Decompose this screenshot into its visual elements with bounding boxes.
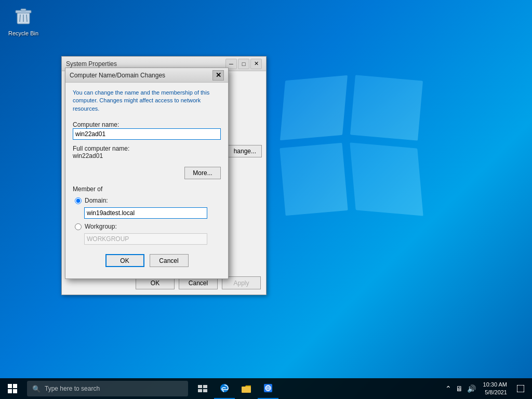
taskbar-search-icon: 🔍 — [32, 385, 41, 393]
cn-workgroup-radio[interactable] — [75, 223, 82, 230]
taskbar-date: 5/8/2021 — [483, 389, 507, 396]
svg-rect-10 — [198, 385, 202, 388]
svg-rect-11 — [203, 385, 207, 388]
svg-line-5 — [26, 15, 27, 22]
task-view-icon — [198, 385, 207, 392]
sys-close-btn[interactable]: ✕ — [250, 59, 262, 69]
cn-info-text: You can change the name and the membersh… — [73, 89, 221, 113]
svg-rect-2 — [21, 9, 26, 11]
recycle-bin-icon[interactable]: Recycle Bin — [5, 5, 42, 37]
cn-computer-name-input[interactable] — [73, 128, 221, 140]
task-view-btn[interactable] — [192, 378, 213, 399]
logo-pane-bl — [280, 143, 348, 216]
cn-full-computer-name-value: win22ad01 — [73, 152, 221, 159]
taskbar-right: ⌃ 🖥 🔊 10:30 AM 5/8/2021 — [444, 378, 532, 399]
taskbar-search[interactable]: 🔍 Type here to search — [27, 381, 188, 396]
tray-chevron[interactable]: ⌃ — [444, 383, 453, 394]
start-button[interactable] — [0, 378, 25, 399]
cn-workgroup-row: Workgroup: — [75, 223, 221, 230]
cn-dialog-buttons: OK Cancel — [73, 249, 221, 272]
taskbar-clock[interactable]: 10:30 AM 5/8/2021 — [480, 381, 510, 397]
svg-rect-21 — [517, 385, 524, 392]
file-explorer-btn[interactable] — [236, 378, 257, 399]
svg-rect-15 — [242, 387, 251, 393]
system-properties-controls: ─ □ ✕ — [225, 59, 262, 69]
svg-rect-6 — [8, 384, 12, 388]
logo-pane-tl — [280, 75, 348, 140]
cn-computer-name-label: Computer name: — [73, 121, 119, 128]
taskbar-middle — [192, 378, 278, 399]
svg-line-3 — [20, 15, 20, 22]
start-icon — [8, 384, 17, 393]
file-explorer-icon — [242, 384, 251, 393]
network-app-icon — [263, 383, 273, 393]
edge-browser-btn[interactable] — [214, 378, 235, 399]
sys-partial-btn[interactable]: hange... — [228, 145, 262, 157]
logo-pane-tr — [350, 75, 423, 140]
recycle-bin-label: Recycle Bin — [8, 30, 38, 36]
cn-close-btn[interactable]: ✕ — [212, 70, 224, 81]
cn-domain-radio[interactable] — [75, 197, 82, 204]
windows-logo-decoration — [283, 78, 428, 223]
cn-dialog[interactable]: Computer Name/Domain Changes ✕ You can c… — [65, 68, 229, 279]
cn-cancel-btn[interactable]: Cancel — [150, 254, 189, 267]
cn-workgroup-input — [84, 233, 207, 245]
taskbar-time: 10:30 AM — [483, 381, 507, 389]
cn-ok-btn[interactable]: OK — [105, 254, 144, 267]
cn-domain-label[interactable]: Domain: — [85, 197, 108, 204]
tray-network-icon[interactable]: 🖥 — [455, 383, 464, 394]
cn-dialog-body: You can change the name and the membersh… — [65, 83, 228, 278]
cn-more-btn-row: More... — [73, 167, 221, 179]
notification-icon — [517, 385, 524, 392]
svg-rect-8 — [8, 389, 12, 393]
svg-rect-12 — [198, 389, 202, 392]
svg-rect-7 — [13, 384, 17, 388]
svg-rect-13 — [203, 389, 207, 392]
edge-icon — [220, 383, 229, 393]
cn-dialog-title: Computer Name/Domain Changes — [70, 72, 212, 79]
system-properties-title: System Properties — [66, 60, 225, 68]
cn-workgroup-label[interactable]: Workgroup: — [85, 223, 117, 230]
cn-domain-row: Domain: — [75, 197, 221, 204]
cn-more-btn[interactable]: More... — [184, 167, 221, 179]
svg-rect-9 — [13, 389, 17, 393]
cn-radio-group: Domain: Workgroup: — [73, 197, 221, 245]
desktop: Recycle Bin System Properties ─ □ ✕ comp… — [0, 0, 532, 399]
cn-dialog-titlebar: Computer Name/Domain Changes ✕ — [65, 68, 228, 83]
recycle-bin-svg — [13, 5, 34, 26]
cn-full-computer-name-label: Full computer name: — [73, 145, 221, 152]
taskbar-tray: ⌃ 🖥 🔊 — [444, 383, 477, 394]
cn-domain-input[interactable] — [84, 207, 207, 219]
sys-maximize-btn[interactable]: □ — [238, 59, 249, 69]
taskbar-notification-btn[interactable] — [513, 378, 528, 399]
network-app-btn[interactable] — [258, 378, 278, 399]
taskbar: 🔍 Type here to search — [0, 378, 532, 399]
cn-member-of-label: Member of — [73, 185, 221, 193]
tray-volume-icon[interactable]: 🔊 — [466, 383, 477, 394]
taskbar-search-text: Type here to search — [45, 385, 100, 392]
logo-pane-br — [350, 142, 423, 216]
